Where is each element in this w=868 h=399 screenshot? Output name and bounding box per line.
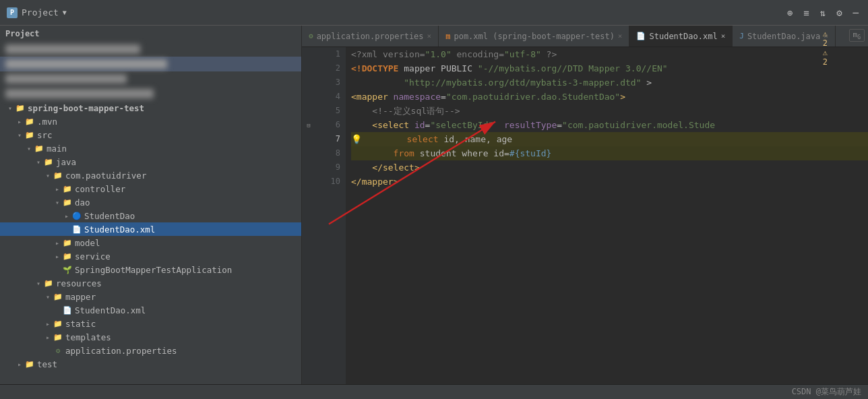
line-number: 2 [315, 61, 346, 75]
tab-pom-xml[interactable]: m pom.xml (spring-boot-mapper-test) × [439, 26, 629, 47]
arrow-icon [34, 158, 43, 166]
gutter-line: ⊟ [302, 118, 315, 132]
sidebar-item-StudentDao-interface[interactable]: 🔵 StudentDao [0, 209, 301, 222]
sidebar-item-label: templates [65, 332, 111, 342]
arrow-icon [62, 212, 71, 220]
arrow-icon [15, 131, 24, 139]
sidebar-item-mapper[interactable]: 📁 mapper [0, 290, 301, 303]
arrow-icon [53, 253, 62, 260]
sidebar-item-src[interactable]: 📁 src [0, 128, 301, 142]
tab-close-btn[interactable]: × [427, 32, 432, 40]
globe-icon[interactable]: ⊕ [784, 6, 795, 20]
code-line-7: 💡 select id, name, age [351, 132, 868, 146]
sidebar-item-templates[interactable]: 📁 templates [0, 330, 301, 344]
project-title: Project [22, 7, 59, 18]
folder-icon: 📁 [24, 129, 35, 140]
sidebar-item-model[interactable]: 📁 model [0, 236, 301, 249]
project-dropdown[interactable]: ▼ [63, 9, 67, 16]
sidebar-item-com-paotuidriver[interactable]: 📁 com.paotuidriver [0, 168, 301, 182]
sidebar-item-app-properties[interactable]: ⚙ application.properties [0, 344, 301, 357]
tab-close-btn[interactable]: × [721, 32, 726, 40]
tab-icon: m [445, 32, 450, 41]
arrow-icon [43, 293, 53, 301]
code-area[interactable]: <?xml version="1.0" encoding="utf-8" ?> … [346, 47, 868, 384]
sidebar-item-StudentDao-xml[interactable]: 📄 StudentDao.xml [0, 222, 301, 236]
sidebar-item-label: main [46, 144, 67, 154]
line-numbers: 1 2 3 4 5 6 7 8 9 10 [315, 47, 346, 384]
spring-icon: 🌱 [62, 264, 73, 275]
blurred-item [5, 59, 167, 69]
sidebar-item-StudentDao-xml-resources[interactable]: 📄 StudentDao.xml [0, 303, 301, 317]
sidebar-item-label: java [56, 157, 76, 167]
arrow-icon [53, 185, 62, 193]
sidebar-item-spring-app[interactable]: 🌱 SpringBootMapperTestApplication [0, 263, 301, 276]
gutter: ⊟ [302, 47, 315, 384]
sidebar-item-project[interactable]: 📁 spring-boot-mapper-test [0, 101, 301, 115]
code-token: "http://mybatis.org/dtd/mybatis-3-mapper… [351, 75, 641, 90]
list-item[interactable] [0, 57, 301, 71]
settings-icon[interactable]: ⚙ [834, 6, 844, 20]
tab-icon: ⚙ [309, 32, 313, 40]
sidebar-item-dao[interactable]: 📁 dao [0, 195, 301, 209]
code-token: <!DOCTYPE [351, 61, 398, 75]
sidebar-item-service[interactable]: 📁 service [0, 249, 301, 263]
xml-file-icon: 📄 [71, 224, 82, 235]
hint-icon: 💡 [351, 132, 362, 146]
tab-app-props[interactable]: ⚙ application.properties × [302, 26, 439, 47]
line-number: 1 [315, 47, 346, 61]
structure-icon[interactable]: ≡ [801, 6, 811, 20]
folder-icon: 📁 [34, 143, 44, 154]
line-number: 4 [315, 90, 346, 104]
code-token: </select> [351, 160, 420, 175]
fold-icon[interactable]: ⊟ [307, 122, 310, 129]
sidebar-header: Project [0, 26, 301, 42]
sidebar-item-controller[interactable]: 📁 controller [0, 182, 301, 195]
minimize-icon[interactable]: ─ [850, 6, 861, 20]
sidebar-item-label: service [75, 251, 111, 262]
sidebar-item-label: static [65, 319, 96, 329]
java-interface-icon: 🔵 [71, 210, 82, 221]
code-token: <?xml version="1.0" encoding="utf-8" ?> [351, 47, 557, 61]
sidebar-item-mvn[interactable]: 📁 .mvn [0, 115, 301, 128]
sidebar: Project 📁 spring-boot-mapper-test 📁 [0, 26, 302, 384]
sidebar-item-label: spring-boot-mapper-test [28, 103, 144, 113]
list-item[interactable] [0, 86, 301, 101]
folder-icon: 📁 [53, 332, 63, 342]
props-icon: ⚙ [53, 345, 63, 356]
sort-icon[interactable]: ⇅ [817, 6, 828, 20]
sidebar-item-label: com.paotuidriver [65, 171, 146, 181]
sidebar-item-java[interactable]: 📁 java [0, 155, 301, 168]
arrow-icon [5, 104, 15, 112]
tab-student-dao-java[interactable]: J StudentDao.java × [733, 26, 836, 47]
gutter-line [302, 47, 315, 61]
arrow-icon [53, 199, 62, 206]
tab-label: StudentDao.xml [649, 32, 717, 41]
sidebar-item-test[interactable]: 📁 test [0, 357, 301, 371]
sidebar-item-static[interactable]: 📁 static [0, 317, 301, 330]
gutter-line [302, 132, 315, 146]
sidebar-item-main[interactable]: 📁 main [0, 142, 301, 155]
gutter-line [302, 146, 315, 160]
list-item[interactable] [0, 42, 301, 57]
folder-icon: 📁 [62, 251, 73, 262]
sidebar-item-label: StudentDao.xml [75, 305, 146, 315]
folder-icon: 📁 [24, 359, 35, 369]
tab-spacer: ⚠ 2 ⚠ 2 mG [836, 26, 868, 47]
code-token: </mapper> [351, 175, 398, 189]
sidebar-item-label: StudentDao.xml [84, 224, 155, 235]
sidebar-title: Project [5, 29, 40, 38]
tab-close-btn[interactable]: × [618, 32, 623, 40]
sidebar-item-label: controller [75, 184, 125, 194]
line-number: 10 [315, 175, 346, 189]
line-number: 8 [315, 146, 346, 160]
folder-icon: 📁 [53, 170, 63, 181]
code-line-5: <!--定义sql语句--> [351, 104, 868, 118]
arrow-icon [53, 239, 62, 247]
code-line-9: </select> [351, 160, 868, 175]
title-bar-left: P Project ▼ [7, 7, 67, 18]
tab-student-dao-xml[interactable]: 📄 StudentDao.xml × [629, 26, 733, 47]
tab-bar: ⚙ application.properties × m pom.xml (sp… [302, 26, 868, 47]
list-item[interactable] [0, 71, 301, 86]
code-line-8: from student where id=#{stuId} [351, 146, 868, 160]
sidebar-item-resources[interactable]: 📁 resources [0, 276, 301, 290]
